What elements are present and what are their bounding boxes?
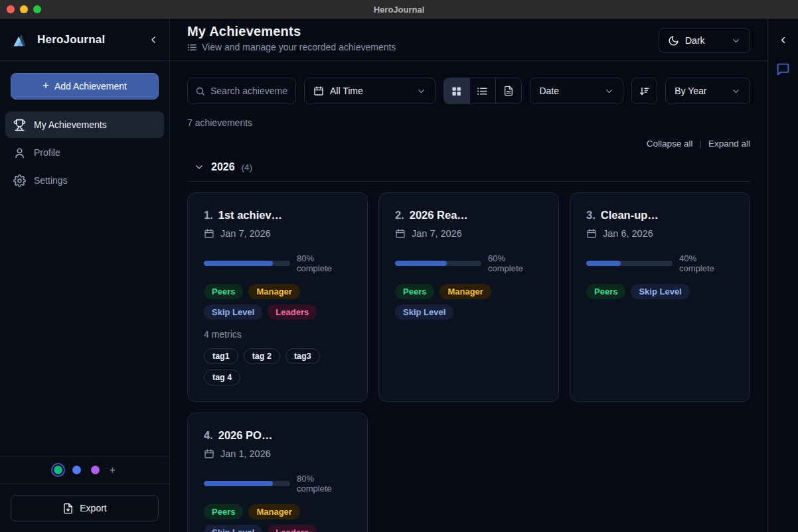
- list-icon: [477, 86, 488, 97]
- calendar-icon: [204, 448, 214, 459]
- progress-label: 40% complete: [679, 253, 734, 273]
- chevron-down-icon: [731, 86, 741, 96]
- separator: |: [699, 139, 702, 149]
- panel-collapse-icon[interactable]: [778, 35, 788, 45]
- group-count-label: (4): [242, 163, 253, 172]
- chat-icon[interactable]: [776, 62, 790, 76]
- group-collapse-icon[interactable]: [194, 162, 204, 172]
- search-input[interactable]: [210, 86, 288, 96]
- search-icon: [195, 86, 205, 96]
- document-icon: [503, 86, 514, 96]
- zoom-window-button[interactable]: [33, 5, 41, 13]
- close-window-button[interactable]: [7, 5, 15, 13]
- trophy-icon: [13, 119, 26, 131]
- achievement-grid: 1. 1st achiev… Jan 7, 2026 80% complet: [187, 192, 750, 532]
- export-label: Export: [80, 503, 106, 513]
- badge-skip-level: Skip Level: [204, 525, 262, 532]
- badge-leaders: Leaders: [268, 525, 317, 532]
- card-number: 4.: [204, 429, 213, 442]
- moon-icon: [668, 35, 679, 46]
- achievements-count: 7 achievements: [187, 117, 750, 128]
- calendar-icon: [204, 228, 214, 239]
- sidebar-item-settings[interactable]: Settings: [5, 167, 164, 194]
- group-year-label: 2026: [211, 161, 235, 173]
- app-brand-name: HeroJournal: [37, 33, 105, 46]
- main-content: My Achievements View and manage your rec…: [170, 19, 767, 532]
- window-title: HeroJournal: [0, 5, 798, 15]
- chevron-down-icon: [604, 86, 614, 96]
- sort-direction-button[interactable]: [631, 78, 657, 104]
- card-number: 2.: [395, 209, 404, 222]
- achievement-card[interactable]: 4. 2026 PO… Jan 1, 2026 80% complete: [187, 413, 368, 532]
- card-number: 1.: [204, 209, 213, 222]
- card-date: Jan 7, 2026: [220, 228, 271, 239]
- export-button[interactable]: Export: [11, 495, 159, 521]
- grid-icon: [451, 86, 462, 97]
- list-icon: [187, 42, 197, 52]
- progress-label: 80% complete: [297, 474, 351, 494]
- tag-pill: tag3: [285, 348, 320, 364]
- sidebar-item-label: Settings: [34, 175, 68, 186]
- sort-field-select[interactable]: Date: [530, 78, 623, 104]
- tag-pill: tag 4: [204, 369, 240, 385]
- achievement-card[interactable]: 3. Clean-up… Jan 6, 2026 40% complete: [570, 192, 750, 402]
- calendar-icon: [586, 228, 597, 239]
- card-title: 2026 PO…: [218, 429, 273, 442]
- tag-pill: tag1: [204, 348, 238, 364]
- theme-dot-green[interactable]: [54, 466, 62, 474]
- group-by-select[interactable]: By Year: [665, 78, 750, 104]
- search-box: [187, 78, 296, 104]
- theme-mode-select[interactable]: Dark: [659, 28, 750, 53]
- sidebar-item-profile[interactable]: Profile: [5, 139, 164, 166]
- badge-leaders: Leaders: [268, 304, 317, 320]
- progress-bar: [586, 261, 673, 266]
- progress-bar: [204, 261, 290, 266]
- collapse-all-link[interactable]: Collapse all: [647, 139, 693, 149]
- add-achievement-label: Add Achievement: [54, 81, 127, 92]
- badge-skip-level: Skip Level: [631, 284, 689, 299]
- calendar-icon: [395, 228, 406, 239]
- sidebar-item-label: My Achievements: [34, 119, 107, 130]
- badge-peers: Peers: [204, 504, 243, 519]
- sidebar: HeroJournal + Add Achievement My Ach: [0, 19, 170, 532]
- view-toggle-group: [443, 78, 522, 104]
- badge-skip-level: Skip Level: [395, 304, 453, 320]
- progress-bar: [395, 261, 481, 266]
- page-title: My Achievements: [187, 24, 396, 39]
- calendar-icon: [313, 86, 324, 96]
- chevron-down-icon: [416, 86, 426, 96]
- add-theme-color-button[interactable]: +: [110, 465, 116, 476]
- card-date: Jan 7, 2026: [412, 228, 462, 239]
- time-filter-select[interactable]: All Time: [304, 78, 436, 104]
- card-title: Clean-up…: [601, 209, 659, 222]
- card-title: 1st achiev…: [218, 209, 282, 222]
- badge-peers: Peers: [204, 284, 243, 299]
- expand-all-link[interactable]: Expand all: [708, 139, 750, 149]
- achievement-card[interactable]: 1. 1st achiev… Jan 7, 2026 80% complet: [187, 192, 368, 402]
- card-date: Jan 6, 2026: [603, 228, 653, 239]
- grid-view-button[interactable]: [444, 78, 470, 103]
- sidebar-collapse-icon[interactable]: [148, 34, 159, 45]
- document-view-button[interactable]: [496, 78, 522, 103]
- right-rail: [767, 19, 798, 532]
- badge-manager: Manager: [248, 284, 299, 299]
- badge-manager: Manager: [439, 284, 491, 299]
- plus-icon: +: [42, 79, 49, 92]
- card-title: 2026 Rea…: [410, 209, 468, 222]
- time-filter-value: All Time: [330, 86, 363, 96]
- chevron-down-icon: [731, 36, 741, 46]
- tag-pill: tag 2: [244, 348, 280, 364]
- theme-dot-purple[interactable]: [91, 466, 100, 474]
- user-icon: [13, 147, 26, 159]
- file-download-icon: [62, 503, 74, 514]
- sidebar-item-my-achievements[interactable]: My Achievements: [5, 111, 164, 138]
- group-by-value: By Year: [675, 86, 706, 96]
- list-view-button[interactable]: [470, 78, 496, 103]
- theme-dot-blue[interactable]: [72, 466, 81, 474]
- sort-field-value: Date: [539, 86, 559, 96]
- badge-manager: Manager: [248, 504, 299, 519]
- card-number: 3.: [586, 209, 596, 222]
- minimize-window-button[interactable]: [20, 5, 28, 13]
- add-achievement-button[interactable]: + Add Achievement: [11, 73, 159, 100]
- achievement-card[interactable]: 2. 2026 Rea… Jan 7, 2026 60% complete: [378, 192, 559, 402]
